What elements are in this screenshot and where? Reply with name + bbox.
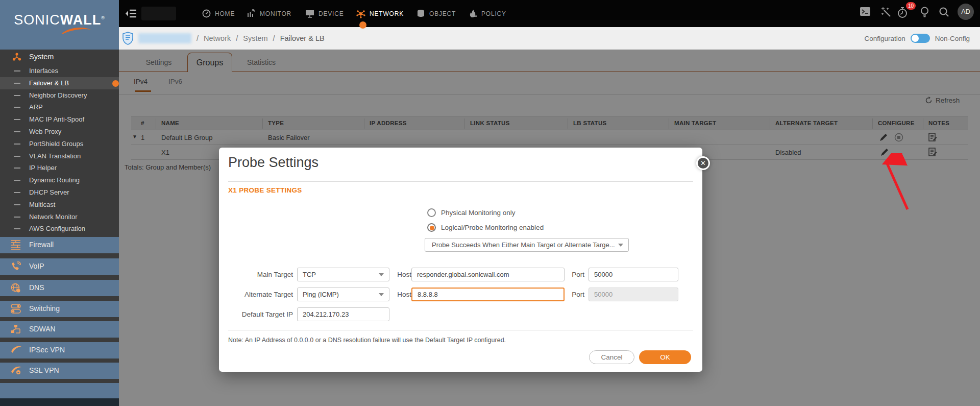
- nodes-icon: [11, 324, 21, 335]
- sidebar-item-dynamic-routing[interactable]: Dynamic Routing: [0, 174, 119, 186]
- sidebar-bottom-strip: [0, 398, 119, 406]
- terminal-icon[interactable]: [860, 7, 871, 16]
- dash-icon: [14, 70, 20, 71]
- sidebar-group-voip[interactable]: VoIP: [0, 258, 119, 275]
- nav-object-label: OBJECT: [429, 10, 456, 17]
- failover-lb-notification-dot: [112, 80, 119, 87]
- sidebar-item-network-monitor[interactable]: Network Monitor: [0, 211, 119, 223]
- toggle-knob: [912, 35, 919, 42]
- swoosh-lock-icon: [11, 366, 22, 375]
- collapse-menu-icon[interactable]: [125, 8, 137, 19]
- dash-icon: [14, 228, 20, 229]
- shield-icon: [122, 32, 133, 45]
- sidebar-item-dhcp-server[interactable]: DHCP Server: [0, 186, 119, 199]
- radio-logical-label: Logical/Probe Monitoring enabled: [441, 224, 544, 231]
- phone-icon: [11, 261, 21, 272]
- annotation-arrow: [874, 153, 920, 213]
- alternate-target-label: Alternate Target: [229, 288, 293, 301]
- default-target-ip-input[interactable]: [297, 307, 389, 321]
- alternate-host-label: Host: [391, 288, 411, 301]
- flame-icon: [469, 9, 477, 18]
- radio-row-physical: Physical Monitoring only: [427, 207, 516, 218]
- alternate-target-protocol-select[interactable]: Ping (ICMP): [297, 288, 389, 301]
- nav-monitor[interactable]: MONITOR: [247, 0, 291, 27]
- sidebar-group-firewall[interactable]: Firewall: [0, 237, 119, 253]
- main-host-input[interactable]: [411, 268, 565, 281]
- crumb-system[interactable]: System: [243, 34, 267, 42]
- sidebar-item-ip-helper[interactable]: IP Helper: [0, 162, 119, 174]
- dash-icon: [14, 119, 20, 120]
- sidebar-item-interfaces[interactable]: Interfaces: [0, 65, 119, 77]
- user-avatar[interactable]: AD: [958, 4, 974, 20]
- crumb-failover-lb: Failover & LB: [280, 34, 325, 42]
- gauge-icon: [202, 9, 211, 18]
- config-mode-switch: Configuration Non-Config: [864, 27, 970, 50]
- logo-reg: ®: [101, 15, 105, 20]
- main-host-label: Host: [391, 268, 411, 281]
- dash-icon: [14, 204, 20, 205]
- x1-probe-settings-heading: X1 PROBE SETTINGS: [228, 186, 302, 194]
- swoosh-icon: [11, 345, 22, 353]
- sidebar-item-multicast[interactable]: Multicast: [0, 199, 119, 211]
- search-icon[interactable]: [939, 7, 949, 17]
- globe-icon: [11, 283, 21, 293]
- sidebar-system-label: System: [29, 53, 54, 61]
- radio-logical-probe-monitoring[interactable]: [427, 223, 436, 232]
- alternate-host-input[interactable]: [411, 288, 565, 301]
- sidebar-group-sdwan[interactable]: SDWAN: [0, 321, 119, 338]
- crumb-network[interactable]: Network: [204, 34, 231, 42]
- sidebar-item-arp[interactable]: ARP: [0, 101, 119, 113]
- dash-icon: [14, 192, 20, 193]
- dialog-title: Probe Settings: [228, 155, 318, 171]
- dash-icon: [14, 217, 20, 218]
- main-port-label: Port: [559, 268, 584, 281]
- radio-row-logical: Logical/Probe Monitoring enabled: [427, 222, 544, 232]
- sidebar-item-aws-configuration[interactable]: AWS Configuration: [0, 223, 119, 235]
- database-icon: [416, 9, 425, 18]
- sonicwall-logo: SONICWALL®: [0, 0, 119, 50]
- sidebar-item-portshield-groups[interactable]: PortShield Groups: [0, 138, 119, 150]
- system-network-icon: [12, 52, 21, 61]
- sidebar-section-system[interactable]: System: [0, 50, 119, 65]
- lightbulb-icon[interactable]: [920, 7, 929, 18]
- toggles-icon: [11, 304, 22, 314]
- magic-wand-icon[interactable]: [881, 7, 891, 17]
- probe-success-mode-select[interactable]: Probe Succeeds When Either Main Target o…: [425, 238, 629, 252]
- sidebar-group-ipsec-vpn[interactable]: IPSec VPN: [0, 342, 119, 359]
- sidebar-item-web-proxy[interactable]: Web Proxy: [0, 126, 119, 138]
- nav-policy[interactable]: POLICY: [469, 0, 506, 27]
- sidebar-group-dns[interactable]: DNS: [0, 280, 119, 296]
- sidebar-group-ssl-vpn[interactable]: SSL VPN: [0, 363, 119, 379]
- sidebar-group-switching[interactable]: Switching: [0, 301, 119, 317]
- main-target-protocol-select[interactable]: TCP: [297, 268, 389, 281]
- nav-device-label: DEVICE: [318, 10, 344, 17]
- nav-object[interactable]: OBJECT: [416, 0, 456, 27]
- chart-icon: [247, 9, 256, 18]
- config-mode-toggle[interactable]: [911, 34, 930, 43]
- crumb-separator: /: [273, 34, 275, 42]
- notifications-timer-icon[interactable]: [897, 7, 908, 18]
- chevron-down-icon: [618, 244, 623, 247]
- page: Settings Groups Statistics IPv4 IPv6 Ref…: [0, 0, 980, 406]
- nav-home[interactable]: HOME: [202, 0, 235, 27]
- crumb-separator: /: [236, 34, 238, 42]
- redacted-device-name: [141, 7, 176, 20]
- nav-network-label: NETWORK: [370, 10, 404, 17]
- radio-physical-monitoring[interactable]: [427, 208, 436, 217]
- dash-icon: [14, 168, 20, 169]
- ok-button[interactable]: OK: [639, 350, 691, 364]
- alternate-port-label: Port: [559, 288, 584, 301]
- nav-active-indicator: [359, 21, 366, 29]
- sidebar-item-mac-ip-anti-spoof[interactable]: MAC IP Anti-Spoof: [0, 113, 119, 126]
- close-icon[interactable]: ✕: [696, 156, 710, 170]
- dash-icon: [14, 144, 20, 145]
- main-port-input[interactable]: [589, 268, 678, 281]
- sidebar-item-vlan-translation[interactable]: VLAN Translation: [0, 150, 119, 162]
- sidebar-empty-band: [0, 383, 119, 398]
- logo-sonic: SONIC: [14, 12, 60, 28]
- nav-device[interactable]: DEVICE: [305, 0, 344, 27]
- sidebar-item-failover-lb[interactable]: Failover & LB: [0, 77, 119, 89]
- cancel-button[interactable]: Cancel: [589, 350, 634, 364]
- sidebar-item-neighbor-discovery[interactable]: Neighbor Discovery: [0, 89, 119, 102]
- main-target-label: Main Target: [229, 268, 293, 281]
